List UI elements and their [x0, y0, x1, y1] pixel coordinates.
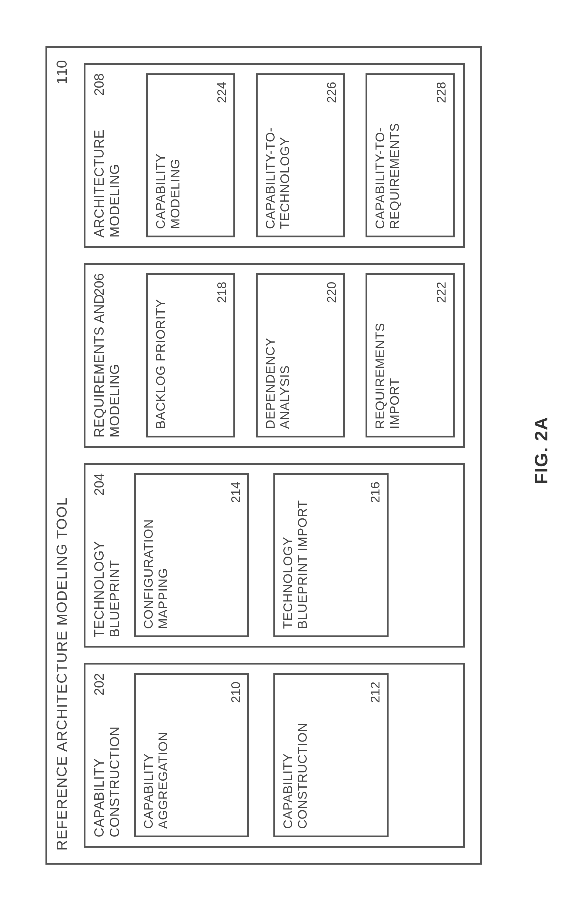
figure-caption: FIG. 2A [531, 0, 552, 901]
col-title: TECHNOLOGY BLUEPRINT [92, 473, 122, 638]
sub-title: CONFIGURATION MAPPING [141, 482, 171, 629]
columns: CAPABILITY CONSTRUCTION 202 CAPABILITY A… [84, 63, 465, 848]
sub-capability-construction: CAPABILITY CONSTRUCTION 212 [274, 673, 389, 838]
col-title: ARCHITECTURE MODELING [92, 73, 122, 238]
sub-number: 216 [368, 482, 383, 503]
col-number: 206 [92, 273, 107, 296]
sub-capability-to-technology: CAPABILITY-TO-TECHNOLOGY 226 [256, 73, 345, 238]
sub-title: REQUIREMENTS IMPORT [373, 282, 402, 429]
col-number: 208 [92, 73, 107, 95]
sub-number: 212 [368, 682, 383, 703]
sub-number: 222 [434, 282, 449, 303]
sub-backlog-priority: BACKLOG PRIORITY 218 [146, 273, 235, 438]
sub-title: CAPABILITY-TO-REQUIREMENTS [373, 82, 402, 229]
sub-capability-modeling: CAPABILITY MODELING 224 [146, 73, 235, 238]
sub-number: 228 [434, 82, 449, 103]
sub-number: 220 [324, 282, 339, 303]
sub-title: TECHNOLOGY BLUEPRINT IMPORT [281, 482, 310, 629]
sub-technology-blueprint-import: TECHNOLOGY BLUEPRINT IMPORT 216 [274, 473, 389, 638]
sub-requirements-import: REQUIREMENTS IMPORT 222 [366, 273, 455, 438]
sub-configuration-mapping: CONFIGURATION MAPPING 214 [134, 473, 249, 638]
outer-number: 110 [53, 60, 70, 84]
sub-number: 210 [229, 682, 243, 703]
sub-title: DEPENDENCY ANALYSIS [263, 282, 292, 429]
sub-title: CAPABILITY MODELING [153, 82, 183, 229]
sub-number: 224 [215, 82, 229, 103]
sub-capability-to-requirements: CAPABILITY-TO-REQUIREMENTS 228 [366, 73, 455, 238]
sub-number: 218 [215, 282, 229, 303]
sub-title: CAPABILITY CONSTRUCTION [281, 682, 310, 829]
outer-frame: REFERENCE ARCHITECTURE MODELING TOOL 110… [45, 46, 482, 865]
sub-capability-aggregation: CAPABILITY AGGREGATION 210 [134, 673, 249, 838]
col-number: 202 [92, 673, 107, 695]
sub-title: BACKLOG PRIORITY [153, 282, 168, 429]
col-capability-construction: CAPABILITY CONSTRUCTION 202 CAPABILITY A… [84, 663, 465, 848]
col-title: REQUIREMENTS AND MODELING [92, 273, 122, 438]
sub-dependency-analysis: DEPENDENCY ANALYSIS 220 [256, 273, 345, 438]
sub-number: 214 [229, 482, 243, 503]
col-requirements-modeling: REQUIREMENTS AND MODELING 206 BACKLOG PR… [84, 263, 465, 448]
sub-title: CAPABILITY AGGREGATION [141, 682, 171, 829]
col-number: 204 [92, 473, 107, 496]
sub-number: 226 [324, 82, 339, 103]
col-title: CAPABILITY CONSTRUCTION [92, 673, 122, 838]
sub-title: CAPABILITY-TO-TECHNOLOGY [263, 82, 292, 229]
col-architecture-modeling: ARCHITECTURE MODELING 208 CAPABILITY MOD… [84, 63, 465, 248]
col-technology-blueprint: TECHNOLOGY BLUEPRINT 204 CONFIGURATION M… [84, 463, 465, 648]
outer-title: REFERENCE ARCHITECTURE MODELING TOOL [53, 497, 70, 851]
